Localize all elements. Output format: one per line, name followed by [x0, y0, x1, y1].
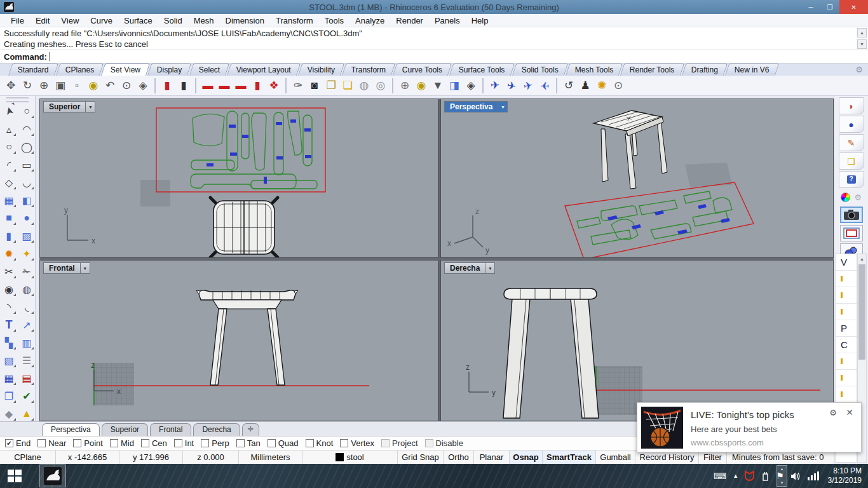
- minimize-button[interactable]: ─: [801, 0, 820, 14]
- status-cell[interactable]: CPlane: [0, 451, 56, 464]
- surface-from-points-icon[interactable]: ▦: [0, 191, 18, 209]
- viewport-perspectiva[interactable]: Perspectiva ▼: [440, 98, 834, 258]
- polygon-tool-icon[interactable]: ◇: [0, 173, 18, 191]
- notes-panel-tab[interactable]: ✎: [839, 134, 864, 151]
- toolbar-tab[interactable]: Display: [147, 64, 192, 76]
- perspectiva-canvas[interactable]: z x y: [441, 99, 834, 258]
- box-tool-icon[interactable]: ■: [0, 209, 18, 227]
- touch-keyboard-icon[interactable]: ⌨: [714, 471, 726, 481]
- viewport-derecha-title[interactable]: Derecha ▼: [444, 262, 495, 274]
- viewport-tab[interactable]: Perspectiva: [42, 423, 100, 436]
- osnap-checkbox[interactable]: Cen: [141, 438, 167, 448]
- property-row[interactable]: [836, 304, 857, 320]
- toolbar-tab[interactable]: CPlanes: [56, 64, 104, 76]
- taskbar-clock[interactable]: 8:10 PM 3/12/2019: [828, 466, 862, 485]
- layouts-folder-icon[interactable]: ❏: [339, 78, 356, 94]
- status-cell[interactable]: y 171.996: [119, 451, 183, 464]
- show-camera-frustum-icon[interactable]: ◈: [463, 78, 479, 94]
- plane-front-view-icon[interactable]: ✈: [519, 76, 538, 95]
- status-cell[interactable]: Gumball: [596, 451, 635, 464]
- turntable-icon[interactable]: ↺: [560, 78, 577, 94]
- toolbar-tab[interactable]: Visibility: [298, 64, 344, 76]
- menu-item[interactable]: File: [5, 15, 30, 27]
- power-icon[interactable]: [761, 471, 770, 481]
- ad-settings-icon[interactable]: ⚙: [829, 408, 837, 417]
- viewport-derecha[interactable]: Derecha ▼: [440, 260, 834, 421]
- derecha-canvas[interactable]: z y: [441, 261, 834, 421]
- extrude-straight-icon[interactable]: ☰: [18, 351, 36, 369]
- osnap-checkbox[interactable]: Disable: [425, 438, 463, 448]
- viewport-menu-arrow-icon[interactable]: ▼: [485, 262, 495, 274]
- osnap-checkbox[interactable]: Perp: [201, 438, 229, 448]
- command-history-scrollbar[interactable]: ▲ ▼: [857, 28, 867, 49]
- toolbar-tab[interactable]: Viewport Layout: [227, 64, 301, 76]
- property-row[interactable]: V: [836, 254, 857, 271]
- help-panel-tab[interactable]: ?: [839, 171, 864, 188]
- set-view-front-car-icon[interactable]: ▮: [159, 78, 175, 94]
- menu-item[interactable]: Panels: [429, 15, 466, 27]
- blend-curves-icon[interactable]: ◟: [18, 298, 36, 316]
- status-cell[interactable]: stool: [302, 451, 398, 464]
- wallpaper-button[interactable]: [840, 225, 863, 241]
- property-row[interactable]: [836, 287, 857, 304]
- toolbar-tab[interactable]: New in V6: [725, 64, 779, 76]
- superior-canvas[interactable]: y x: [40, 99, 438, 258]
- rectangle-tool-icon[interactable]: ▭: [18, 156, 36, 173]
- status-cell[interactable]: Record History: [635, 451, 699, 464]
- display-panel-tab[interactable]: ◗: [839, 97, 864, 114]
- libraries-panel-tab[interactable]: ❏: [839, 152, 864, 170]
- pan-hand-icon[interactable]: ✥: [3, 78, 19, 94]
- menu-item[interactable]: Edit: [30, 15, 55, 27]
- menu-item[interactable]: Solid: [158, 15, 188, 27]
- checkbox-box[interactable]: [201, 439, 209, 447]
- property-row[interactable]: [836, 370, 857, 386]
- toolbar-tab[interactable]: Render Tools: [620, 64, 684, 76]
- solid-union-icon[interactable]: ◆: [0, 405, 18, 423]
- toolbar-tab[interactable]: Transform: [342, 64, 395, 76]
- osnap-checkbox[interactable]: Int: [174, 438, 194, 448]
- status-cell[interactable]: Osnap: [510, 451, 543, 464]
- viewport-superior[interactable]: Superior ▼: [39, 98, 438, 258]
- sun-light-icon[interactable]: ✺: [593, 78, 610, 94]
- scroll-down-icon[interactable]: ▼: [857, 39, 867, 49]
- explode-tool-icon[interactable]: ✹: [0, 245, 18, 262]
- zoom-target-icon[interactable]: ⊙: [118, 78, 135, 94]
- osnap-checkbox[interactable]: Near: [37, 438, 66, 448]
- osnap-checkbox[interactable]: Quad: [268, 438, 299, 448]
- circle-tool-icon[interactable]: ○: [0, 138, 18, 156]
- cylinder-tool-icon[interactable]: ▮: [0, 227, 18, 245]
- camera-viewport-icon[interactable]: ◨: [446, 78, 463, 94]
- property-row[interactable]: [836, 271, 857, 287]
- check-tool-icon[interactable]: ✔: [18, 387, 36, 405]
- zoom-1to1-icon[interactable]: ◈: [135, 78, 151, 94]
- basketball-image[interactable]: [641, 407, 683, 449]
- set-view-top-car-icon[interactable]: ▬: [200, 78, 216, 94]
- shaded-sphere-icon[interactable]: ◍: [356, 78, 372, 94]
- compass-icon[interactable]: ⊙: [610, 78, 627, 94]
- property-row[interactable]: [836, 353, 857, 370]
- osnap-checkbox[interactable]: Knot: [306, 438, 334, 448]
- status-cell[interactable]: x -142.665: [56, 451, 119, 464]
- toolbar-tab[interactable]: Set View: [101, 64, 150, 76]
- viewport-perspectiva-title[interactable]: Perspectiva ▼: [444, 101, 508, 112]
- checkbox-box[interactable]: [340, 439, 348, 447]
- boolean-difference-icon[interactable]: ◍: [18, 280, 36, 298]
- panel-gear-icon[interactable]: ⚙: [854, 193, 862, 202]
- checkbox-box[interactable]: [268, 439, 276, 447]
- array-linear-icon[interactable]: ▤: [18, 369, 36, 387]
- menu-item[interactable]: Transform: [270, 15, 319, 27]
- viewport-menu-arrow-icon[interactable]: ▼: [81, 262, 90, 274]
- checkbox-box[interactable]: [73, 439, 81, 447]
- osnap-checkbox[interactable]: Point: [73, 438, 103, 448]
- walkabout-icon[interactable]: ♟: [577, 78, 593, 94]
- status-cell[interactable]: Minutes from last save: 0: [727, 451, 834, 464]
- menu-item[interactable]: Render: [390, 15, 429, 27]
- set-view-back-car-icon[interactable]: ▮: [175, 78, 192, 94]
- viewport-tab[interactable]: Derecha: [193, 423, 240, 436]
- point-tool-icon[interactable]: ○: [18, 102, 36, 120]
- properties-panel-tab[interactable]: ●: [839, 116, 864, 133]
- move-tool-icon[interactable]: ↗: [18, 316, 36, 334]
- camera-location-icon[interactable]: ◉: [413, 78, 430, 94]
- toolbar-tab[interactable]: Solid Tools: [512, 64, 568, 76]
- status-cell[interactable]: z 0.000: [183, 451, 239, 464]
